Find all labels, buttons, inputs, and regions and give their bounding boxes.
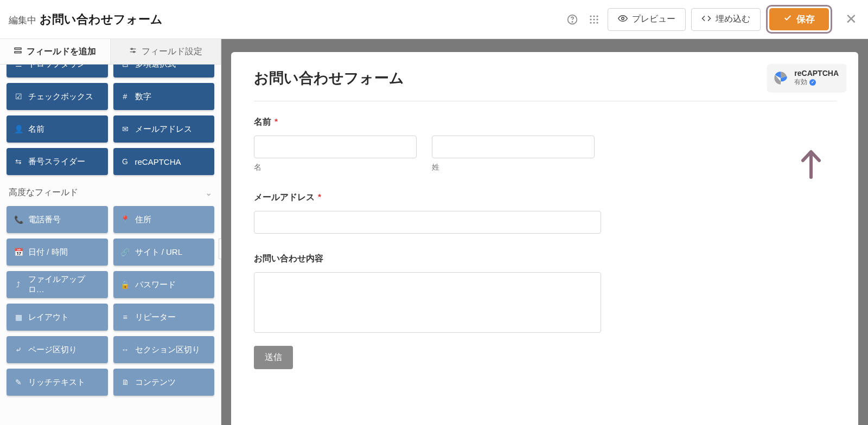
chevron-down-icon: ⌄ [205,188,212,198]
sidebar-body: ☰ドロップダウン⊟多項選択式☑チェックボックス#数字👤名前✉メールアドレス⇆番号… [0,65,221,402]
svg-point-6 [593,18,595,20]
svg-point-8 [590,22,591,23]
field-card[interactable]: ⊟多項選択式 [113,65,215,78]
field-card-label: ページ区切り [28,345,77,355]
field-card[interactable]: ☰ドロップダウン [7,65,108,78]
tab-field-settings-label: フィールド設定 [142,46,202,57]
field-card-label: 番号スライダー [28,157,85,167]
embed-button[interactable]: 埋め込む [691,8,761,31]
preview-button[interactable]: プレビュー [608,8,686,31]
field-card[interactable]: ☑チェックボックス [7,83,108,110]
svg-point-10 [596,22,598,23]
tab-add-fields[interactable]: フィールドを追加 [0,39,111,64]
svg-point-11 [622,17,624,20]
multiselect-icon: ⊟ [121,65,130,68]
field-card[interactable]: 📍住所 [113,206,215,233]
field-card[interactable]: ✉メールアドレス [113,115,215,143]
page-title: お問い合わせフォーム [40,11,163,28]
svg-point-3 [593,15,595,17]
field-card[interactable]: #数字 [113,83,215,110]
svg-point-2 [590,15,591,17]
field-card-label: リッチテキスト [28,377,85,388]
field-card[interactable]: 📞電話番号 [7,206,108,233]
field-card-label: 多項選択式 [135,65,176,69]
field-card[interactable]: 👤名前 [7,115,108,143]
first-name-input[interactable] [254,136,417,158]
hash-icon: # [121,92,130,101]
field-card[interactable]: ↔セクション区切り [113,336,215,363]
sidebar-tabs: フィールドを追加 フィールド設定 [0,39,221,65]
field-card[interactable]: ✎リッチテキスト [7,369,108,396]
apps-grid-icon[interactable] [586,11,602,28]
help-icon[interactable] [564,11,580,28]
recaptcha-status: 有効 [794,78,807,87]
last-name-sublabel: 姓 [432,163,595,172]
field-card[interactable]: ▦レイアウト [7,304,108,331]
required-mark: * [318,192,321,203]
recaptcha-title: reCAPTCHA [794,69,839,78]
repeater-icon: ≡ [121,313,130,321]
submit-button[interactable]: 送信 [254,346,293,369]
form-title: お問い合わせフォーム [254,68,837,88]
top-actions: プレビュー 埋め込む 保存 ✕ [564,5,857,34]
required-mark: * [275,117,278,128]
field-card-label: 日付 / 時間 [28,247,68,257]
save-button[interactable]: 保存 [769,8,829,30]
email-label: メールアドレス * [254,192,837,203]
field-card-label: 住所 [135,215,151,225]
tab-field-settings[interactable]: フィールド設定 [111,39,221,64]
svg-point-9 [593,22,595,23]
field-card-label: ドロップダウン [28,65,85,69]
field-card[interactable]: 🔗サイト / URL [113,239,215,266]
close-icon[interactable]: ✕ [845,11,857,28]
field-card-label: 名前 [28,124,44,134]
advanced-fields-grid: 📞電話番号📍住所📅日付 / 時間🔗サイト / URL⤴ファイルアップロ…🔒パスワ… [7,206,214,396]
field-card[interactable]: GreCAPTCHA [113,148,215,175]
calendar-icon: 📅 [14,248,23,256]
top-bar: 編集中 お問い合わせフォーム プレビュー 埋め込む 保存 [0,0,868,39]
field-card[interactable]: 🗎コンテンツ [113,369,215,396]
preview-label: プレビュー [632,14,675,25]
form-canvas: reCAPTCHA 有効 お問い合わせフォーム 名前 * 名 [221,39,868,425]
svg-point-7 [596,18,598,20]
field-card[interactable]: ⇆番号スライダー [7,148,108,175]
first-name-sublabel: 名 [254,163,417,172]
verified-icon [809,79,816,86]
last-name-input[interactable] [432,136,595,158]
advanced-fields-header[interactable]: 高度なフィールド ⌄ [7,175,214,206]
save-button-highlight: 保存 [766,5,832,34]
field-card[interactable]: 🔒パスワード [113,271,215,298]
message-label: お問い合わせ内容 [254,253,837,265]
field-card-label: ファイルアップロ… [28,274,100,295]
svg-point-17 [133,51,135,53]
field-card[interactable]: ⤴ファイルアップロ… [7,271,108,298]
slider-icon: ⇆ [14,157,23,166]
email-input[interactable] [254,211,601,234]
field-card[interactable]: ⤶ページ区切り [7,336,108,363]
field-card-label: 数字 [135,92,151,102]
recaptcha-badge[interactable]: reCAPTCHA 有効 [767,64,846,92]
eye-icon [618,14,628,25]
svg-point-16 [131,48,132,50]
mail-icon: ✉ [121,125,130,133]
embed-label: 埋め込む [716,14,750,25]
field-card-label: サイト / URL [135,247,183,257]
field-card-label: レイアウト [28,312,69,323]
form-divider [254,101,837,101]
annotation-arrow-icon [797,147,825,182]
code-icon [701,14,711,25]
svg-point-4 [596,15,598,17]
sliders-icon [129,46,137,57]
lock-icon: 🔒 [121,280,130,289]
check-icon [783,14,792,25]
list-icon: ☰ [14,65,23,68]
field-card-label: コンテンツ [135,377,176,388]
field-card-label: パスワード [135,280,176,290]
field-card[interactable]: 📅日付 / 時間 [7,239,108,266]
editing-prefix: 編集中 [9,14,36,27]
name-label: 名前 * [254,117,837,128]
field-card-label: reCAPTCHA [135,157,181,166]
message-textarea[interactable] [254,272,601,333]
tab-add-fields-label: フィールドを追加 [27,46,96,57]
field-card[interactable]: ≡リピーター [113,304,215,331]
